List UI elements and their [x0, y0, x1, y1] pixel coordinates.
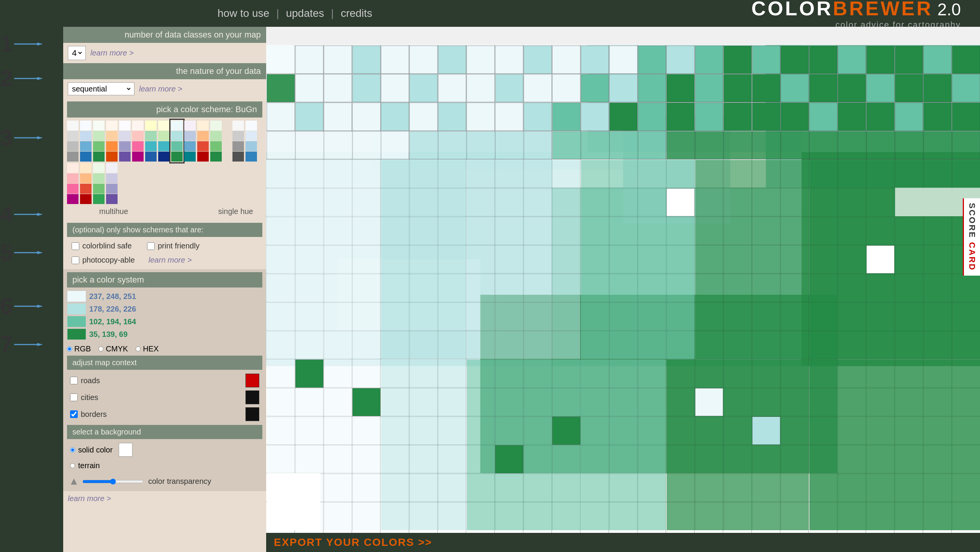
left-panel: number of data classes on your map 3 4 5… — [63, 27, 266, 552]
rgb-radio[interactable] — [67, 346, 72, 351]
svg-rect-126 — [581, 103, 609, 131]
photocopy-able-checkbox[interactable] — [72, 256, 79, 264]
triangle-icon — [70, 478, 78, 485]
transparency-slider[interactable] — [82, 479, 144, 485]
logo: COLOR BREWER 2.0 color advice for cartog… — [751, 0, 972, 30]
scheme-gray[interactable] — [67, 121, 79, 162]
svg-rect-166 — [381, 160, 466, 359]
scheme-orrd[interactable] — [197, 121, 209, 162]
hex-radio-label[interactable]: HEX — [136, 345, 159, 353]
borders-color-box[interactable] — [245, 407, 259, 421]
nav-updates[interactable]: updates — [279, 7, 331, 20]
data-nature-select-wrapper[interactable]: sequential diverging qualitative — [68, 82, 134, 95]
svg-rect-116 — [295, 103, 323, 131]
svg-rect-118 — [353, 103, 381, 131]
data-classes-learn-more[interactable]: learn more > — [90, 49, 134, 57]
svg-rect-200 — [467, 360, 666, 530]
color-value-text-4: 35, 139, 69 — [89, 330, 128, 339]
color-value-3: 102, 194, 164 — [67, 316, 262, 327]
photocopy-able-filter[interactable]: photocopy-able — [72, 256, 135, 265]
svg-rect-78 — [638, 46, 666, 73]
colorblind-safe-checkbox[interactable] — [72, 242, 79, 250]
scheme-blue[interactable] — [80, 121, 92, 162]
svg-rect-196 — [667, 188, 695, 216]
scheme-single-blue[interactable] — [245, 121, 257, 162]
color-value-2: 178, 226, 226 — [67, 303, 262, 315]
svg-rect-77 — [610, 46, 638, 73]
scheme-single-gray[interactable] — [232, 121, 244, 162]
svg-rect-108 — [781, 74, 809, 102]
scheme-green[interactable] — [93, 121, 105, 162]
print-friendly-filter[interactable]: print friendly — [147, 242, 200, 250]
svg-rect-197 — [867, 245, 895, 273]
svg-rect-85 — [838, 46, 866, 73]
scheme-single-orange[interactable] — [80, 163, 92, 204]
optional-learn-more[interactable]: learn more > — [149, 256, 192, 265]
solid-color-radio-label[interactable]: solid color — [70, 446, 113, 454]
data-classes-select-wrapper[interactable]: 3 4 5 6 7 8 9 — [68, 46, 86, 60]
svg-rect-66 — [295, 46, 323, 73]
svg-rect-68 — [353, 46, 381, 73]
svg-rect-104 — [667, 74, 695, 102]
svg-rect-136 — [867, 103, 895, 131]
cities-color-box[interactable] — [245, 390, 259, 404]
borders-context[interactable]: borders — [70, 410, 242, 419]
scheme-purple[interactable] — [119, 121, 131, 162]
cmyk-radio-label[interactable]: CMYK — [98, 345, 128, 353]
bottom-learn-more[interactable]: learn more > — [68, 494, 111, 503]
nav-credits[interactable]: credits — [334, 7, 379, 20]
hex-radio[interactable] — [136, 346, 141, 351]
scheme-ylgn[interactable] — [158, 121, 170, 162]
svg-rect-107 — [752, 74, 780, 102]
svg-rect-199 — [381, 360, 466, 530]
svg-rect-143 — [667, 131, 980, 159]
terrain-radio[interactable] — [70, 463, 75, 468]
score-card[interactable]: SCORE CARD — [963, 198, 980, 276]
scheme-pink[interactable] — [132, 121, 144, 162]
borders-checkbox[interactable] — [70, 410, 78, 418]
color-value-text-1: 237, 248, 251 — [89, 292, 136, 301]
nav-how-to-use[interactable]: how to use — [211, 7, 276, 20]
svg-rect-132 — [752, 103, 780, 131]
svg-rect-93 — [353, 74, 381, 102]
scheme-ylgnbu[interactable] — [145, 121, 157, 162]
svg-rect-135 — [838, 103, 866, 131]
scheme-orange[interactable] — [106, 121, 118, 162]
rgb-radio-label[interactable]: RGB — [67, 345, 91, 353]
export-text[interactable]: EXPORT YOUR COLORS >> — [274, 536, 432, 549]
color-scheme-section: pick a color scheme: BuGn — [63, 98, 266, 223]
print-friendly-checkbox[interactable] — [147, 242, 155, 250]
roads-context[interactable]: roads — [70, 376, 242, 385]
svg-rect-202 — [810, 360, 980, 530]
svg-rect-97 — [467, 74, 495, 102]
data-classes-select[interactable]: 3 4 5 6 7 8 9 — [70, 48, 83, 58]
svg-rect-86 — [867, 46, 895, 73]
svg-rect-110 — [838, 74, 866, 102]
scheme-single-pink[interactable] — [67, 163, 79, 204]
header: how to use | updates | credits COLOR BRE… — [0, 0, 980, 27]
scheme-bupu[interactable] — [184, 121, 196, 162]
svg-rect-130 — [695, 103, 723, 131]
data-nature-select[interactable]: sequential diverging qualitative — [70, 84, 132, 93]
scheme-gnbu[interactable] — [210, 121, 222, 162]
svg-rect-134 — [810, 103, 838, 131]
solid-color-radio[interactable] — [70, 447, 75, 452]
svg-rect-119 — [381, 103, 409, 131]
colorblind-safe-filter[interactable]: colorblind safe — [72, 242, 132, 250]
svg-rect-122 — [467, 103, 495, 131]
roads-checkbox[interactable] — [70, 377, 78, 384]
svg-marker-14 — [71, 479, 77, 485]
scheme-single-purple[interactable] — [106, 163, 118, 204]
svg-rect-91 — [295, 74, 323, 102]
scheme-single-green[interactable] — [93, 163, 105, 204]
scheme-bugn-selected[interactable] — [171, 121, 183, 162]
svg-rect-88 — [924, 46, 952, 73]
bg-color-swatch[interactable] — [119, 443, 133, 457]
data-nature-learn-more[interactable]: learn more > — [139, 85, 182, 93]
svg-rect-131 — [724, 103, 752, 131]
cities-context[interactable]: cities — [70, 393, 242, 402]
cmyk-radio[interactable] — [98, 346, 103, 351]
cities-checkbox[interactable] — [70, 394, 78, 401]
terrain-radio-label[interactable]: terrain — [70, 461, 100, 470]
roads-color-box[interactable] — [245, 374, 259, 387]
